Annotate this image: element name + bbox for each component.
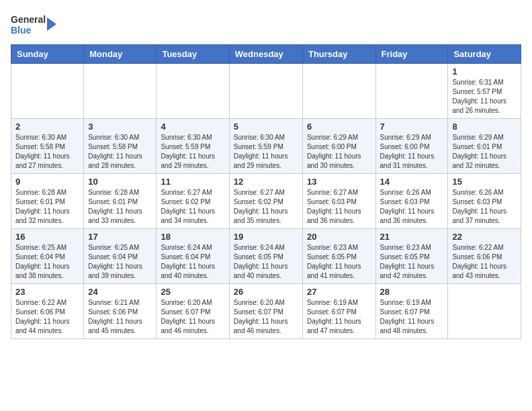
day-number: 9	[15, 177, 79, 187]
calendar-weekday-wednesday: Wednesday	[229, 45, 302, 64]
calendar-cell	[84, 64, 157, 119]
calendar-cell	[375, 64, 448, 119]
day-info: Sunrise: 6:30 AM Sunset: 5:59 PM Dayligh…	[234, 133, 298, 171]
calendar-cell: 25Sunrise: 6:20 AM Sunset: 6:07 PM Dayli…	[157, 284, 229, 339]
day-info: Sunrise: 6:27 AM Sunset: 6:02 PM Dayligh…	[161, 188, 224, 226]
page-header: GeneralBlue	[11, 11, 521, 38]
calendar-cell: 12Sunrise: 6:27 AM Sunset: 6:02 PM Dayli…	[229, 174, 302, 229]
day-info: Sunrise: 6:27 AM Sunset: 6:02 PM Dayligh…	[234, 188, 298, 226]
calendar-cell: 4Sunrise: 6:30 AM Sunset: 5:59 PM Daylig…	[157, 119, 229, 174]
day-number: 21	[380, 232, 444, 242]
day-number: 25	[161, 287, 224, 297]
logo: GeneralBlue	[11, 11, 58, 38]
day-info: Sunrise: 6:28 AM Sunset: 6:01 PM Dayligh…	[15, 188, 79, 226]
calendar-weekday-saturday: Saturday	[448, 45, 521, 64]
day-number: 20	[307, 232, 371, 242]
calendar-cell: 28Sunrise: 6:19 AM Sunset: 6:07 PM Dayli…	[375, 284, 448, 339]
calendar-cell: 26Sunrise: 6:20 AM Sunset: 6:07 PM Dayli…	[229, 284, 302, 339]
day-number: 7	[380, 122, 444, 132]
day-info: Sunrise: 6:30 AM Sunset: 5:58 PM Dayligh…	[15, 133, 79, 171]
day-info: Sunrise: 6:26 AM Sunset: 6:03 PM Dayligh…	[380, 188, 444, 226]
calendar-cell: 23Sunrise: 6:22 AM Sunset: 6:06 PM Dayli…	[11, 284, 84, 339]
day-number: 3	[88, 122, 152, 132]
calendar-cell: 13Sunrise: 6:27 AM Sunset: 6:03 PM Dayli…	[302, 174, 375, 229]
calendar-week-row: 1Sunrise: 6:31 AM Sunset: 5:57 PM Daylig…	[11, 64, 521, 119]
calendar-cell	[157, 64, 229, 119]
day-number: 12	[234, 177, 298, 187]
calendar-cell: 18Sunrise: 6:24 AM Sunset: 6:04 PM Dayli…	[157, 229, 229, 284]
day-info: Sunrise: 6:20 AM Sunset: 6:07 PM Dayligh…	[161, 298, 224, 336]
calendar-cell	[11, 64, 84, 119]
day-number: 10	[88, 177, 152, 187]
calendar-cell: 3Sunrise: 6:30 AM Sunset: 5:58 PM Daylig…	[84, 119, 157, 174]
day-info: Sunrise: 6:31 AM Sunset: 5:57 PM Dayligh…	[452, 78, 517, 116]
logo-svg: GeneralBlue	[11, 11, 58, 38]
day-number: 23	[15, 287, 79, 297]
calendar-cell: 27Sunrise: 6:19 AM Sunset: 6:07 PM Dayli…	[302, 284, 375, 339]
day-number: 4	[161, 122, 224, 132]
day-info: Sunrise: 6:22 AM Sunset: 6:06 PM Dayligh…	[15, 298, 79, 336]
calendar-cell: 20Sunrise: 6:23 AM Sunset: 6:05 PM Dayli…	[302, 229, 375, 284]
calendar-cell: 19Sunrise: 6:24 AM Sunset: 6:05 PM Dayli…	[229, 229, 302, 284]
day-info: Sunrise: 6:25 AM Sunset: 6:04 PM Dayligh…	[15, 243, 79, 281]
day-info: Sunrise: 6:24 AM Sunset: 6:04 PM Dayligh…	[161, 243, 224, 281]
calendar-cell: 15Sunrise: 6:26 AM Sunset: 6:03 PM Dayli…	[448, 174, 521, 229]
calendar-week-row: 16Sunrise: 6:25 AM Sunset: 6:04 PM Dayli…	[11, 229, 521, 284]
day-number: 14	[380, 177, 444, 187]
day-info: Sunrise: 6:30 AM Sunset: 5:58 PM Dayligh…	[88, 133, 152, 171]
day-info: Sunrise: 6:30 AM Sunset: 5:59 PM Dayligh…	[161, 133, 224, 171]
day-number: 5	[234, 122, 298, 132]
calendar-weekday-thursday: Thursday	[302, 45, 375, 64]
day-number: 18	[161, 232, 224, 242]
calendar-cell: 10Sunrise: 6:28 AM Sunset: 6:01 PM Dayli…	[84, 174, 157, 229]
day-info: Sunrise: 6:29 AM Sunset: 6:00 PM Dayligh…	[380, 133, 444, 171]
calendar-header-row: SundayMondayTuesdayWednesdayThursdayFrid…	[11, 45, 521, 64]
calendar-cell	[229, 64, 302, 119]
calendar-cell: 1Sunrise: 6:31 AM Sunset: 5:57 PM Daylig…	[448, 64, 521, 119]
day-number: 16	[15, 232, 79, 242]
day-number: 11	[161, 177, 224, 187]
day-info: Sunrise: 6:21 AM Sunset: 6:06 PM Dayligh…	[88, 298, 152, 336]
day-info: Sunrise: 6:20 AM Sunset: 6:07 PM Dayligh…	[234, 298, 298, 336]
day-number: 15	[452, 177, 517, 187]
day-number: 28	[380, 287, 444, 297]
calendar-cell: 22Sunrise: 6:22 AM Sunset: 6:06 PM Dayli…	[448, 229, 521, 284]
calendar-weekday-monday: Monday	[84, 45, 157, 64]
calendar-cell: 11Sunrise: 6:27 AM Sunset: 6:02 PM Dayli…	[157, 174, 229, 229]
day-number: 26	[234, 287, 298, 297]
calendar-weekday-friday: Friday	[375, 45, 448, 64]
day-number: 6	[307, 122, 371, 132]
day-number: 1	[452, 66, 517, 77]
day-info: Sunrise: 6:23 AM Sunset: 6:05 PM Dayligh…	[380, 243, 444, 281]
calendar-cell: 6Sunrise: 6:29 AM Sunset: 6:00 PM Daylig…	[302, 119, 375, 174]
day-info: Sunrise: 6:29 AM Sunset: 6:00 PM Dayligh…	[307, 133, 371, 171]
day-info: Sunrise: 6:24 AM Sunset: 6:05 PM Dayligh…	[234, 243, 298, 281]
calendar-cell	[302, 64, 375, 119]
calendar-cell: 7Sunrise: 6:29 AM Sunset: 6:00 PM Daylig…	[375, 119, 448, 174]
day-info: Sunrise: 6:26 AM Sunset: 6:03 PM Dayligh…	[452, 188, 517, 226]
day-number: 19	[234, 232, 298, 242]
calendar-cell: 5Sunrise: 6:30 AM Sunset: 5:59 PM Daylig…	[229, 119, 302, 174]
svg-marker-2	[47, 17, 56, 31]
day-number: 24	[88, 287, 152, 297]
calendar-weekday-tuesday: Tuesday	[157, 45, 229, 64]
calendar-cell: 24Sunrise: 6:21 AM Sunset: 6:06 PM Dayli…	[84, 284, 157, 339]
calendar-week-row: 9Sunrise: 6:28 AM Sunset: 6:01 PM Daylig…	[11, 174, 521, 229]
svg-text:Blue: Blue	[11, 25, 32, 36]
calendar-cell: 21Sunrise: 6:23 AM Sunset: 6:05 PM Dayli…	[375, 229, 448, 284]
calendar-cell: 14Sunrise: 6:26 AM Sunset: 6:03 PM Dayli…	[375, 174, 448, 229]
svg-text:General: General	[11, 14, 46, 25]
calendar-cell: 17Sunrise: 6:25 AM Sunset: 6:04 PM Dayli…	[84, 229, 157, 284]
day-info: Sunrise: 6:19 AM Sunset: 6:07 PM Dayligh…	[380, 298, 444, 336]
day-info: Sunrise: 6:28 AM Sunset: 6:01 PM Dayligh…	[88, 188, 152, 226]
day-info: Sunrise: 6:27 AM Sunset: 6:03 PM Dayligh…	[307, 188, 371, 226]
day-number: 8	[452, 122, 517, 132]
calendar-cell	[448, 284, 521, 339]
calendar-cell: 9Sunrise: 6:28 AM Sunset: 6:01 PM Daylig…	[11, 174, 84, 229]
calendar-cell: 2Sunrise: 6:30 AM Sunset: 5:58 PM Daylig…	[11, 119, 84, 174]
day-info: Sunrise: 6:22 AM Sunset: 6:06 PM Dayligh…	[452, 243, 517, 281]
day-number: 2	[15, 122, 79, 132]
day-info: Sunrise: 6:19 AM Sunset: 6:07 PM Dayligh…	[307, 298, 371, 336]
calendar-table: SundayMondayTuesdayWednesdayThursdayFrid…	[11, 44, 521, 339]
calendar-week-row: 2Sunrise: 6:30 AM Sunset: 5:58 PM Daylig…	[11, 119, 521, 174]
